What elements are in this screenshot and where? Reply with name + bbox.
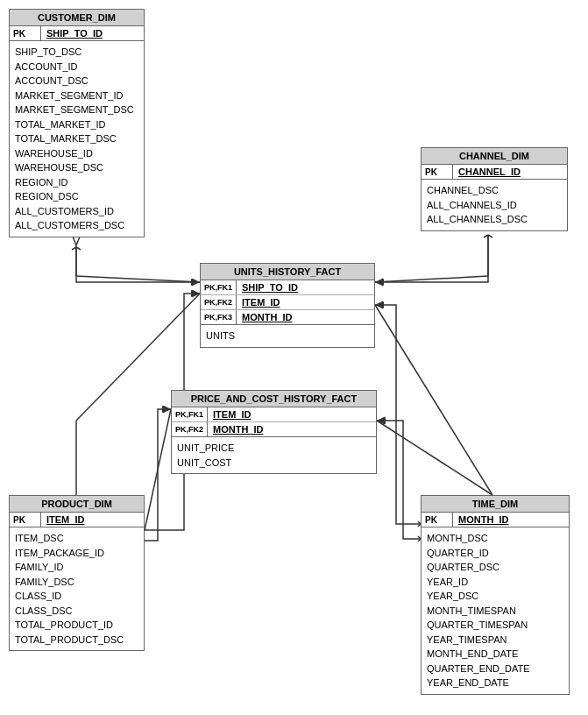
customer-dim-pk-field: SHIP_TO_ID (41, 26, 108, 40)
channel-dim-fields: CHANNEL_DSC ALL_CHANNELS_ID ALL_CHANNELS… (422, 180, 567, 230)
field-all-customers-dsc: ALL_CUSTOMERS_DSC (15, 218, 138, 233)
field-quarter-end-date: QUARTER_END_DATE (427, 662, 563, 676)
product-dim-fields: ITEM_DSC ITEM_PACKAGE_ID FAMILY_ID FAMIL… (10, 527, 144, 650)
product-dim-table: PRODUCT_DIM PK ITEM_ID ITEM_DSC ITEM_PAC… (9, 495, 145, 651)
svg-line-19 (72, 247, 76, 250)
svg-marker-10 (162, 406, 171, 413)
field-year-dsc: YEAR_DSC (427, 589, 563, 604)
svg-line-1 (76, 276, 200, 282)
units-pk2-field: ITEM_ID (237, 295, 285, 309)
svg-marker-5 (375, 279, 384, 286)
price-pk2-field: MONTH_ID (208, 422, 268, 436)
svg-line-9 (145, 409, 171, 530)
field-quarter-dsc: QUARTER_DSC (427, 560, 563, 575)
price-pk1-label: PK,FK1 (172, 407, 208, 421)
field-month-timespan: MONTH_TIMESPAN (427, 604, 563, 619)
svg-line-16 (76, 237, 80, 245)
price-pk1-field: ITEM_ID (208, 407, 256, 421)
field-item-dsc: ITEM_DSC (15, 531, 138, 546)
price-cost-fact-title: PRICE_AND_COST_HISTORY_FACT (172, 391, 376, 407)
field-warehouse-id: WAREHOUSE_ID (15, 146, 138, 161)
units-pk3-label: PK,FK3 (201, 310, 237, 324)
customer-dim-table: CUSTOMER_DIM PK SHIP_TO_ID SHIP_TO_DSC A… (9, 9, 145, 237)
field-family-dsc: FAMILY_DSC (15, 575, 138, 590)
field-account-id: ACCOUNT_ID (15, 60, 138, 74)
field-market-seg-dsc: MARKET_SEGMENT_DSC (15, 103, 138, 117)
field-quarter-timespan: QUARTER_TIMESPAN (427, 618, 563, 633)
field-all-customers-id: ALL_CUSTOMERS_ID (15, 204, 138, 219)
time-dim-pk-label: PK (422, 513, 453, 527)
field-total-product-dsc: TOTAL_PRODUCT_DSC (15, 633, 138, 648)
field-total-product-id: TOTAL_PRODUCT_ID (15, 618, 138, 633)
time-dim-title: TIME_DIM (422, 496, 569, 513)
svg-marker-2 (191, 279, 200, 286)
field-all-channels-id: ALL_CHANNELS_ID (427, 198, 562, 213)
time-dim-fields: MONTH_DSC QUARTER_ID QUARTER_DSC YEAR_ID… (422, 527, 569, 694)
svg-line-4 (375, 276, 488, 282)
field-ship-to-dsc: SHIP_TO_DSC (15, 45, 138, 60)
units-history-fields: UNITS (201, 325, 374, 347)
field-total-market-dsc: TOTAL_MARKET_DSC (15, 131, 138, 146)
units-history-fact-title: UNITS_HISTORY_FACT (201, 264, 374, 280)
svg-line-21 (484, 235, 488, 237)
product-dim-pk-label: PK (10, 513, 41, 527)
units-pk1-field: SHIP_TO_ID (237, 280, 303, 294)
svg-line-11 (375, 305, 492, 495)
field-year-timespan: YEAR_TIMESPAN (427, 633, 563, 648)
units-history-fact-table: UNITS_HISTORY_FACT PK,FK1 SHIP_TO_ID PK,… (200, 263, 375, 348)
svg-marker-12 (375, 301, 384, 308)
field-all-channels-dsc: ALL_CHANNELS_DSC (427, 212, 562, 227)
price-cost-fields: UNIT_PRICE UNIT_COST (172, 437, 376, 473)
field-total-market-id: TOTAL_MARKET_ID (15, 117, 138, 132)
svg-line-20 (76, 247, 81, 250)
svg-line-15 (73, 237, 76, 245)
customer-dim-title: CUSTOMER_DIM (10, 10, 144, 26)
price-pk2-label: PK,FK2 (172, 422, 208, 436)
field-market-seg-id: MARKET_SEGMENT_ID (15, 88, 138, 103)
units-pk3-field: MONTH_ID (237, 310, 297, 324)
channel-dim-table: CHANNEL_DIM PK CHANNEL_ID CHANNEL_DSC AL… (421, 147, 568, 231)
field-year-id: YEAR_ID (427, 575, 563, 590)
field-quarter-id: QUARTER_ID (427, 546, 563, 561)
field-units: UNITS (206, 329, 369, 343)
er-diagram: CUSTOMER_DIM PK SHIP_TO_ID SHIP_TO_DSC A… (0, 0, 588, 715)
product-dim-title: PRODUCT_DIM (10, 496, 144, 513)
channel-dim-pk-label: PK (422, 165, 453, 179)
field-channel-dsc: CHANNEL_DSC (427, 183, 562, 198)
field-month-end-date: MONTH_END_DATE (427, 647, 563, 662)
channel-dim-pk-field: CHANNEL_ID (453, 165, 526, 179)
field-unit-price: UNIT_PRICE (177, 441, 371, 456)
time-dim-pk-field: MONTH_ID (453, 513, 514, 527)
field-month-dsc: MONTH_DSC (427, 531, 563, 546)
svg-marker-14 (377, 417, 386, 424)
field-family-id: FAMILY_ID (15, 560, 138, 575)
field-year-end-date: YEAR_END_DATE (427, 676, 563, 690)
field-unit-cost: UNIT_COST (177, 456, 371, 471)
field-item-package-id: ITEM_PACKAGE_ID (15, 546, 138, 561)
svg-marker-8 (191, 290, 200, 297)
field-account-dsc: ACCOUNT_DSC (15, 74, 138, 88)
field-region-id: REGION_ID (15, 175, 138, 190)
price-cost-fact-table: PRICE_AND_COST_HISTORY_FACT PK,FK1 ITEM_… (171, 390, 377, 474)
customer-dim-fields: SHIP_TO_DSC ACCOUNT_ID ACCOUNT_DSC MARKE… (10, 41, 144, 237)
field-warehouse-dsc: WAREHOUSE_DSC (15, 160, 138, 175)
svg-line-13 (377, 421, 492, 495)
time-dim-table: TIME_DIM PK MONTH_ID MONTH_DSC QUARTER_I… (421, 495, 570, 695)
channel-dim-title: CHANNEL_DIM (422, 148, 567, 165)
field-class-id: CLASS_ID (15, 589, 138, 604)
svg-line-22 (488, 235, 492, 237)
product-dim-pk-field: ITEM_ID (41, 513, 89, 527)
field-region-dsc: REGION_DSC (15, 189, 138, 204)
units-pk1-label: PK,FK1 (201, 280, 237, 294)
customer-dim-pk-label: PK (10, 26, 41, 40)
field-class-dsc: CLASS_DSC (15, 604, 138, 619)
units-pk2-label: PK,FK2 (201, 295, 237, 309)
